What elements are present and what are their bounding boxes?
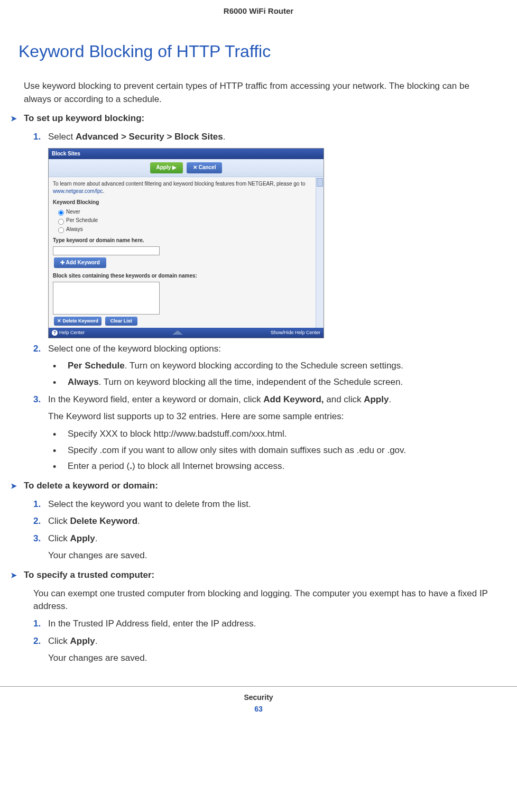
help-center[interactable]: ?Help Center	[52, 329, 85, 336]
proc-heading-setup: ➤ To set up keyword blocking:	[11, 112, 493, 125]
bullet-text: Enter a period (	[68, 461, 130, 471]
add-keyword-button[interactable]: ✚ Add Keyword	[54, 257, 106, 269]
ss-footer: ?Help Center Show/Hide Help Center	[49, 328, 324, 338]
help-icon: ?	[52, 330, 58, 336]
step-text: In the Trusted IP Address field, enter t…	[48, 619, 256, 629]
bullet-text: Specify XXX to block http://www.badstuff…	[68, 429, 287, 439]
proc3-intro: You can exempt one trusted computer from…	[33, 587, 493, 613]
cancel-button[interactable]: ✕ Cancel	[187, 162, 223, 173]
bullet-icon: •	[53, 376, 56, 390]
ss-window-title: Block Sites	[49, 149, 324, 160]
step-text: .	[389, 394, 391, 404]
step-text: .	[95, 533, 98, 543]
bullet-icon: •	[53, 460, 56, 474]
step-bold: Apply	[70, 636, 95, 646]
proc-heading-trusted: ➤ To specify a trusted computer:	[11, 569, 493, 582]
step-3-sub: Your changes are saved.	[48, 549, 493, 562]
step-bold: Delete Keyword	[70, 516, 138, 526]
step-2: 2. Click Apply.	[33, 635, 493, 648]
chevron-icon: ➤	[11, 481, 17, 491]
proc-heading-delete: ➤ To delete a keyword or domain:	[11, 479, 493, 493]
ss-radio-group: Never Per Schedule Always	[53, 208, 310, 234]
radio-per[interactable]: Per Schedule	[55, 216, 310, 225]
step-1: 1. In the Trusted IP Address field, ente…	[33, 617, 493, 631]
radio-per-input[interactable]	[58, 219, 64, 225]
step-3: 3. Click Apply.	[33, 532, 493, 546]
ss-type-label: Type keyword or domain name here.	[53, 237, 310, 245]
step-text: Select the keyword you want to delete fr…	[48, 499, 251, 509]
bullet-per-schedule: • Per Schedule. Turn on keyword blocking…	[53, 359, 493, 373]
step-number: 1.	[33, 617, 41, 631]
step-2: 2. Click Delete Keyword.	[33, 515, 493, 528]
bullet-icon: •	[53, 428, 56, 441]
step-number: 3.	[33, 393, 41, 407]
step-number: 1.	[33, 498, 41, 511]
footer-page-number: 63	[0, 705, 517, 713]
bullet-label: Always	[68, 377, 99, 387]
step-text: Select one of the keyword blocking optio…	[48, 344, 221, 354]
ss-info-a: To learn more about advanced content fil…	[53, 181, 305, 187]
delete-keyword-button[interactable]: ✕ Delete Keyword	[54, 317, 101, 326]
radio-always-input[interactable]	[58, 227, 64, 233]
step-number: 2.	[33, 343, 41, 356]
step-post: .	[223, 132, 226, 142]
step-3: 3. In the Keyword field, enter a keyword…	[33, 393, 493, 407]
step-bold: Advanced > Security > Block Sites	[76, 132, 223, 142]
block-sites-screenshot: Block Sites Apply ▶ ✕ Cancel To learn mo…	[48, 148, 324, 338]
sample-1: • Specify XXX to block http://www.badstu…	[53, 428, 493, 441]
scrollbar[interactable]	[316, 177, 324, 328]
step-number: 1.	[33, 131, 41, 144]
bullet-text: Specify .com if you want to allow only s…	[68, 445, 406, 455]
sample-3: • Enter a period (.) to block all Intern…	[53, 460, 493, 473]
step-3-sub: The Keyword list supports up to 32 entri…	[48, 410, 493, 423]
ss-info-text: To learn more about advanced content fil…	[53, 180, 310, 196]
step-1: 1. Select the keyword you want to delete…	[33, 498, 493, 511]
radio-per-label: Per Schedule	[66, 217, 98, 223]
ss-kb-label: Keyword Blocking	[53, 199, 310, 207]
show-hide-help[interactable]: Show/Hide Help Center	[271, 329, 320, 336]
chevron-icon: ➤	[11, 113, 17, 124]
radio-never-input[interactable]	[58, 210, 64, 216]
step-text: .	[137, 516, 140, 526]
bullet-icon: •	[53, 359, 56, 373]
step-text: and click	[324, 394, 364, 404]
bullet-label: Per Schedule	[68, 361, 125, 371]
step-bold: Apply	[70, 533, 95, 543]
step-number: 3.	[33, 532, 41, 546]
intro-text: Use keyword blocking to prevent certain …	[24, 80, 493, 106]
footer-triangle-icon	[172, 330, 183, 335]
step-2-sub: Your changes are saved.	[48, 652, 493, 665]
radio-never[interactable]: Never	[55, 208, 310, 216]
scroll-thumb[interactable]	[317, 178, 323, 187]
chevron-icon: ➤	[11, 570, 17, 580]
bullet-text: . Turn on keyword blocking according to …	[125, 361, 403, 371]
step-text: Click	[48, 516, 70, 526]
proc-heading-text: To delete a keyword or domain:	[24, 481, 158, 491]
proc-heading-text: To set up keyword blocking:	[24, 113, 144, 123]
proc-heading-text: To specify a trusted computer:	[24, 570, 154, 580]
sample-2: • Specify .com if you want to allow only…	[53, 444, 493, 457]
clear-list-button[interactable]: Clear List	[105, 317, 137, 326]
help-center-label: Help Center	[59, 330, 85, 335]
main-heading: Keyword Blocking of HTTP Traffic	[0, 31, 517, 72]
ss-list-label: Block sites containing these keywords or…	[53, 272, 310, 280]
radio-never-label: Never	[66, 209, 80, 215]
step-number: 2.	[33, 635, 41, 648]
step-text: Select	[48, 132, 76, 142]
ss-info-link[interactable]: www.netgear.com/lpc	[53, 188, 103, 194]
step-text: In the Keyword field, enter a keyword or…	[48, 394, 263, 404]
footer-section: Security	[0, 693, 517, 702]
ss-info-b: .	[103, 188, 105, 194]
keyword-input[interactable]	[53, 246, 160, 255]
keyword-listbox[interactable]	[53, 282, 160, 315]
step-1: 1. Select Advanced > Security > Block Si…	[33, 131, 493, 144]
step-number: 2.	[33, 515, 41, 528]
radio-always[interactable]: Always	[55, 225, 310, 234]
bullet-text: ) to block all Internet browsing access.	[132, 461, 284, 471]
step-bold: Apply	[364, 394, 389, 404]
apply-button[interactable]: Apply ▶	[150, 162, 183, 173]
step-text: Click	[48, 636, 70, 646]
step-bold: Add Keyword,	[263, 394, 324, 404]
step-text: .	[95, 636, 98, 646]
ss-button-bar: Apply ▶ ✕ Cancel	[49, 159, 324, 177]
